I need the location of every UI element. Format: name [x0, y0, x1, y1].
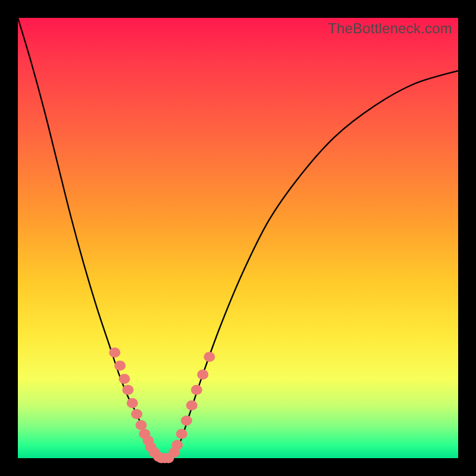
chart-svg	[18, 18, 458, 458]
outer-frame: TheBottleneck.com	[0, 0, 476, 476]
bead-marker	[176, 429, 187, 439]
bead-marker	[181, 416, 192, 426]
bead-marker	[171, 440, 183, 450]
plot-area: TheBottleneck.com	[18, 18, 458, 458]
bead-marker	[131, 409, 142, 419]
right-curve	[172, 71, 458, 458]
left-curve	[18, 18, 159, 458]
bead-marker	[119, 374, 130, 384]
bead-marker	[127, 398, 138, 408]
bead-marker	[186, 400, 198, 411]
bead-marker	[136, 420, 147, 430]
bead-marker	[114, 361, 126, 371]
bead-marker	[203, 352, 215, 362]
bead-marker	[109, 347, 120, 358]
bead-marker	[191, 385, 202, 395]
bead-marker	[123, 385, 134, 395]
bead-group	[109, 347, 215, 464]
bead-marker	[197, 369, 208, 380]
